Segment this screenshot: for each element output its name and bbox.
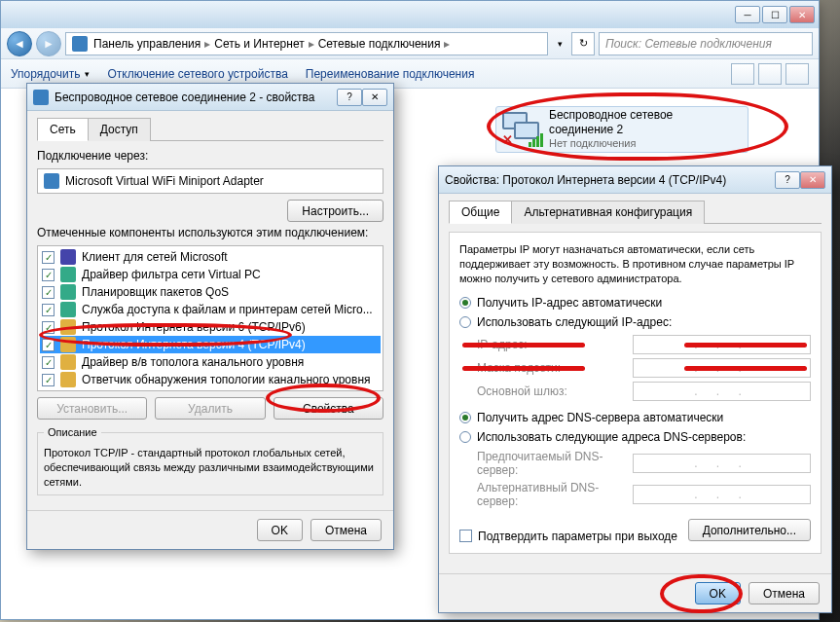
component-label: Клиент для сетей Microsoft (82, 250, 228, 264)
tab-network[interactable]: Сеть (37, 118, 89, 141)
subnet-mask-input[interactable]: . . . (633, 358, 811, 378)
component-item[interactable]: Драйвер в/в тополога канального уровня (40, 353, 381, 371)
component-item[interactable]: Клиент для сетей Microsoft (40, 248, 381, 266)
description-group: Описание Протокол TCP/IP - стандартный п… (37, 425, 383, 495)
close-button[interactable]: ✕ (789, 6, 815, 23)
net-item-title2: соединение 2 (549, 123, 673, 137)
checkbox[interactable] (42, 339, 55, 351)
chevron-right-icon: ▸ (204, 37, 210, 51)
view-dropdown[interactable] (758, 63, 782, 85)
ip-address-input[interactable]: . . . (633, 335, 811, 354)
dns-alt-input[interactable]: . . . (633, 485, 811, 504)
component-item[interactable]: Планировщик пакетов QoS (40, 283, 381, 301)
cancel-button[interactable]: Отмена (749, 582, 820, 604)
dns-pref-input[interactable]: . . . (633, 454, 811, 473)
explorer-titlebar: ─ ☐ ✕ (1, 1, 819, 28)
disconnected-icon: ✕ (502, 132, 513, 147)
help-button[interactable]: ? (337, 89, 362, 106)
connection-properties-dialog: Беспроводное сетевое соединение 2 - свой… (26, 83, 394, 550)
validate-checkbox-row[interactable]: Подтвердить параметры при выходе (459, 530, 677, 543)
advanced-button[interactable]: Дополнительно... (688, 519, 811, 541)
component-label: Ответчик обнаружения топологии канальног… (82, 373, 371, 386)
checkbox[interactable] (459, 530, 472, 542)
net-item-status: Нет подключения (549, 137, 673, 151)
component-label: Служба доступа к файлам и принтерам сете… (82, 303, 373, 316)
checkbox[interactable] (42, 321, 55, 334)
help-button[interactable]: ? (775, 171, 800, 189)
cancel-button[interactable]: Отмена (310, 519, 382, 541)
gateway-input[interactable]: . . . (633, 382, 811, 401)
dialog-titlebar: Беспроводное сетевое соединение 2 - свой… (27, 84, 393, 111)
service-icon (60, 284, 76, 300)
checkbox[interactable] (42, 374, 55, 386)
ok-button[interactable]: OK (257, 519, 303, 541)
component-item-ipv4[interactable]: Протокол Интернета версии 4 (TCP/IPv4) (40, 336, 381, 353)
checkbox[interactable] (42, 304, 55, 316)
component-item[interactable]: Служба доступа к файлам и принтерам сете… (40, 301, 381, 318)
help-button[interactable] (785, 63, 809, 85)
checkbox[interactable] (42, 251, 55, 264)
tab-access[interactable]: Доступ (88, 118, 151, 141)
intro-text: Параметры IP могут назначаться автоматич… (459, 242, 811, 286)
close-button[interactable]: ✕ (362, 89, 387, 106)
control-panel-icon (72, 36, 88, 52)
crumb-1[interactable]: Сеть и Интернет (214, 37, 304, 51)
radio-label: Получить адрес DNS-сервера автоматически (477, 411, 723, 424)
component-label: Драйвер фильтра сети Virtual PC (82, 268, 261, 281)
component-item[interactable]: Драйвер фильтра сети Virtual PC (40, 266, 381, 283)
view-button[interactable] (731, 63, 754, 85)
refresh-button[interactable]: ↻ (571, 32, 595, 55)
install-button[interactable]: Установить... (37, 397, 147, 420)
net-item-title1: Беспроводное сетевое (549, 108, 673, 123)
search-input[interactable]: Поиск: Сетевые подключения (599, 32, 813, 55)
properties-button[interactable]: Свойства (274, 397, 383, 420)
network-item-wireless-2[interactable]: ✕ Беспроводное сетевое соединение 2 Нет … (495, 106, 749, 153)
back-button[interactable]: ◄ (7, 31, 32, 56)
crumb-0[interactable]: Панель управления (93, 37, 201, 51)
dialog-titlebar: Свойства: Протокол Интернета версии 4 (T… (439, 166, 831, 194)
minimize-button[interactable]: ─ (735, 6, 760, 23)
dns-pref-label: Предпочитаемый DNS-сервер: (477, 450, 633, 477)
component-item[interactable]: Ответчик обнаружения топологии канальног… (40, 371, 381, 388)
organize-menu[interactable]: Упорядочить (11, 67, 90, 81)
radio-icon (459, 412, 471, 423)
breadcrumb[interactable]: Панель управления ▸ Сеть и Интернет ▸ Се… (65, 32, 548, 55)
tab-general[interactable]: Общие (449, 201, 512, 224)
chevron-right-icon: ▸ (444, 37, 450, 51)
radio-icon (459, 297, 471, 309)
protocol-icon (60, 337, 76, 352)
connect-using-label: Подключение через: (37, 149, 383, 163)
maximize-button[interactable]: ☐ (762, 6, 787, 23)
dialog-title: Беспроводное сетевое соединение 2 - свой… (55, 91, 315, 104)
rename-connection-button[interactable]: Переименование подключения (306, 67, 475, 81)
crumb-2[interactable]: Сетевые подключения (318, 37, 441, 51)
network-icon: ✕ (502, 112, 541, 147)
dialog-title: Свойства: Протокол Интернета версии 4 (T… (445, 173, 726, 187)
close-button[interactable]: ✕ (800, 171, 825, 189)
forward-button[interactable]: ► (36, 31, 61, 56)
checkbox[interactable] (42, 356, 55, 369)
checkbox[interactable] (42, 269, 55, 281)
radio-auto-dns[interactable]: Получить адрес DNS-сервера автоматически (459, 411, 811, 424)
radio-manual-ip[interactable]: Использовать следующий IP-адрес: (459, 315, 811, 329)
components-list[interactable]: Клиент для сетей Microsoft Драйвер фильт… (37, 245, 383, 391)
dns-alt-label: Альтернативный DNS-сервер: (477, 481, 633, 508)
radio-manual-dns[interactable]: Использовать следующие адреса DNS-сервер… (459, 430, 811, 444)
service-icon (60, 267, 76, 282)
component-item[interactable]: Протокол Интернета версии 6 (TCP/IPv6) (40, 318, 381, 336)
component-label: Протокол Интернета версии 4 (TCP/IPv4) (82, 338, 306, 351)
uninstall-button[interactable]: Удалить (155, 397, 265, 420)
radio-label: Получить IP-адрес автоматически (477, 296, 662, 310)
tab-alternate[interactable]: Альтернативная конфигурация (511, 201, 705, 224)
ip-address-label: IP-адрес: (477, 338, 633, 351)
protocol-icon (60, 372, 76, 387)
gateway-label: Основной шлюз: (477, 384, 633, 398)
checkbox[interactable] (42, 286, 55, 299)
configure-button[interactable]: Настроить... (287, 200, 383, 222)
history-dropdown[interactable]: ▾ (552, 39, 567, 49)
ok-button[interactable]: OK (695, 582, 741, 604)
radio-auto-ip[interactable]: Получить IP-адрес автоматически (459, 296, 811, 310)
address-bar: ◄ ► Панель управления ▸ Сеть и Интернет … (1, 28, 819, 59)
radio-icon (459, 431, 471, 443)
disable-device-button[interactable]: Отключение сетевого устройства (107, 67, 287, 81)
